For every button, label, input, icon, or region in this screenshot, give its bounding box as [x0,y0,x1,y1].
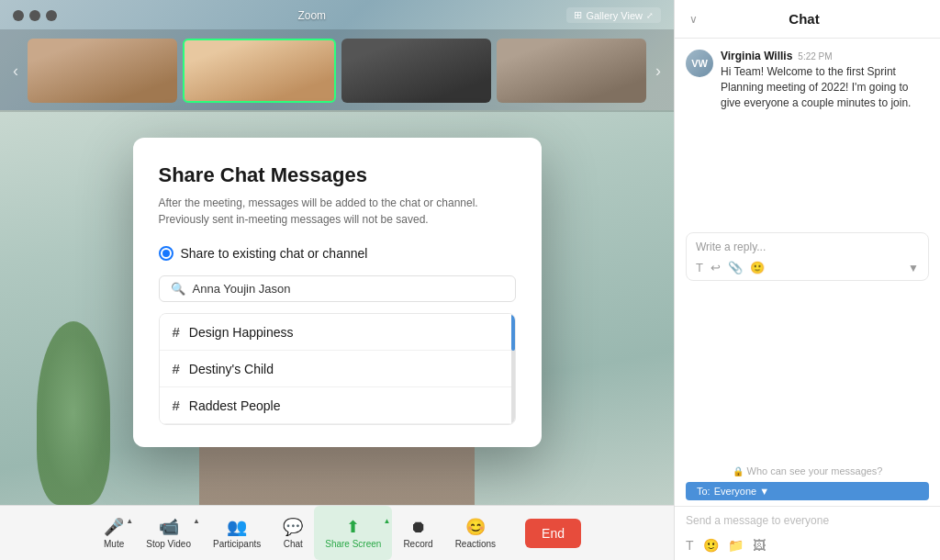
who-sees-label: 🔒 Who can see your messages? [675,460,940,482]
channel-name-0: Design Happiness [189,325,294,340]
stop-video-button[interactable]: 📹 Stop Video ▲ [135,506,202,560]
to-label: To: [697,486,711,497]
chat-screenshot-icon[interactable]: 🖼 [753,538,766,553]
radio-share-to-existing[interactable]: Share to existing chat or channel [159,246,516,261]
reply-tools: T ↩ 📎 🙂 ▼ [696,261,919,274]
share-screen-button[interactable]: ⬆ Share Screen ▲ [314,506,392,560]
search-input[interactable]: Anna Youjin Jason [193,282,504,296]
message-text-0: Hi Team! Welcome to the first Sprint Pla… [721,64,929,110]
video-area: Zoom ⊞ Gallery View ⤢ ‹ [0,0,674,560]
emoji-icon[interactable]: 🙂 [750,261,765,274]
modal-description: After the meeting, messages will be adde… [159,195,516,228]
modal-overlay: Share Chat Messages After the meeting, m… [0,110,674,505]
minimize-btn[interactable] [29,10,40,21]
channel-list: # Design Happiness # Destiny's Child # R… [159,313,516,425]
mute-button[interactable]: 🎤 Mute ▲ [93,506,135,560]
message-time-0: 5:22 PM [798,51,832,62]
gallery-view-button[interactable]: ⊞ Gallery View ⤢ [566,7,661,23]
participants-icon: 👥 [227,517,247,537]
chat-label: Chat [284,539,303,549]
next-thumb-button[interactable]: › [652,62,665,81]
stop-video-label: Stop Video [146,539,191,549]
stop-video-arrow-icon: ▲ [193,517,200,525]
reply-box: Write a reply... T ↩ 📎 🙂 ▼ [686,232,929,281]
channel-item-2[interactable]: # Raddest People [160,387,515,424]
avatar-0: VW [686,50,713,77]
message-input[interactable]: Send a message to everyone [686,514,929,527]
thumbnail-1[interactable] [183,39,336,103]
channel-item-0[interactable]: # Design Happiness [160,314,515,351]
mute-icon: 🎤 [104,517,124,537]
attachment-icon[interactable]: 📎 [728,261,743,274]
gallery-label: Gallery View [586,10,643,21]
channel-name-2: Raddest People [189,398,281,413]
share-chat-modal: Share Chat Messages After the meeting, m… [133,138,542,447]
close-btn[interactable] [13,10,24,21]
share-screen-icon: ⬆ [346,517,360,537]
person-silhouette-0 [28,39,177,103]
reactions-button[interactable]: 😊 Reactions [444,506,507,560]
participants-button[interactable]: 👥 Participants [202,506,272,560]
app-title: Zoom [297,9,326,22]
more-options-icon[interactable]: ▼ [908,262,919,274]
chat-icon: 💬 [283,517,303,537]
chat-header: ∨ Chat [675,0,940,39]
channel-scrollbar [511,314,515,424]
thumbnail-3[interactable] [497,39,646,103]
modal-title: Share Chat Messages [159,163,516,187]
to-everyone-selector[interactable]: To: Everyone ▼ [686,482,929,500]
lock-icon: 🔒 [733,466,744,476]
mention-icon[interactable]: ↩ [711,261,721,274]
channel-item-1[interactable]: # Destiny's Child [160,351,515,387]
search-icon: 🔍 [171,282,185,296]
mute-arrow-icon: ▲ [126,517,133,525]
channel-scrollbar-thumb [511,314,515,351]
channel-name-1: Destiny's Child [189,362,274,376]
radio-label: Share to existing chat or channel [181,246,368,261]
chat-button[interactable]: 💬 Chat [272,506,314,560]
window-controls [13,10,57,21]
chat-file-icon[interactable]: 📁 [728,538,744,553]
mute-label: Mute [104,539,124,549]
app-container: Zoom ⊞ Gallery View ⤢ ‹ [0,0,940,560]
chat-bottom-tools: T 🙂 📁 🖼 [675,534,940,560]
reply-input[interactable]: Write a reply... [696,239,919,255]
to-value: Everyone ▼ [714,486,769,497]
radio-button[interactable] [159,246,173,261]
stop-video-icon: 📹 [159,517,179,537]
person-silhouette-2 [341,39,491,103]
end-button[interactable]: End [525,519,581,548]
thumbnail-2[interactable] [341,39,491,103]
text-format-icon[interactable]: T [696,261,703,274]
reactions-icon: 😊 [465,517,486,537]
hash-icon-0: # [173,324,180,340]
person-silhouette-1 [185,40,334,101]
message-content-0: Virginia Willis 5:22 PM Hi Team! Welcome… [721,50,929,110]
record-button[interactable]: ⏺ Record [392,506,443,560]
expand-icon: ⤢ [646,11,654,20]
reactions-label: Reactions [455,539,496,549]
chat-chevron-icon[interactable]: ∨ [689,13,698,26]
thumbnail-strip: ‹ › [0,29,674,112]
share-screen-arrow-icon: ▲ [383,517,390,525]
person-silhouette-3 [497,39,646,103]
chat-title: Chat [789,11,819,27]
bottom-toolbar: 🎤 Mute ▲ 📹 Stop Video ▲ 👥 Participants 💬… [0,505,674,560]
who-sees-text: Who can see your messages? [747,465,883,476]
message-input-area[interactable]: Send a message to everyone [675,506,940,534]
hash-icon-2: # [173,398,180,413]
chat-messages: VW Virginia Willis 5:22 PM Hi Team! Welc… [675,39,940,232]
record-icon: ⏺ [410,518,427,537]
search-box[interactable]: 🔍 Anna Youjin Jason [159,275,516,302]
chat-emoji-icon[interactable]: 🙂 [703,538,719,553]
chat-message-0: VW Virginia Willis 5:22 PM Hi Team! Welc… [686,50,929,110]
top-right-controls: ⊞ Gallery View ⤢ [566,7,661,23]
gallery-icon: ⊞ [574,9,582,21]
maximize-btn[interactable] [46,10,57,21]
chat-format-icon[interactable]: T [686,538,694,553]
prev-thumb-button[interactable]: ‹ [9,62,22,81]
chat-panel: ∨ Chat VW Virginia Willis 5:22 PM Hi Tea… [674,0,940,560]
record-label: Record [403,539,432,549]
thumbnail-0[interactable] [28,39,177,103]
share-screen-label: Share Screen [325,539,381,549]
